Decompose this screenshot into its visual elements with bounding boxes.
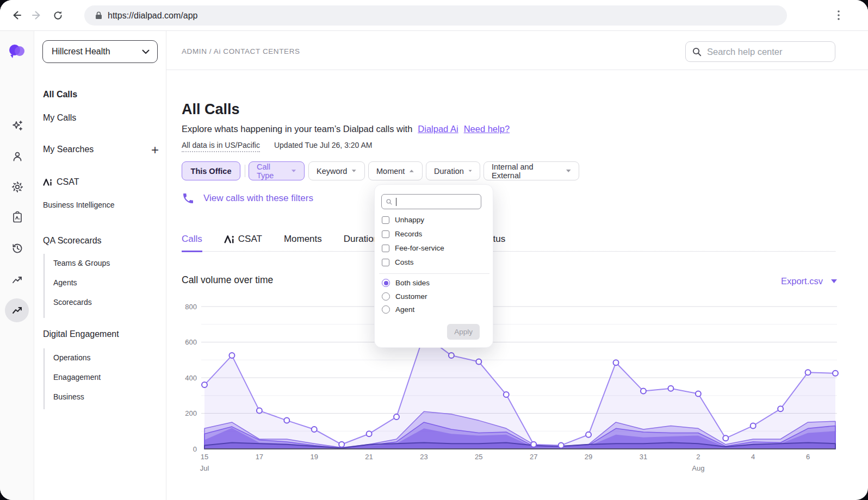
checkbox-icon: [382, 259, 389, 266]
svg-text:27: 27: [530, 453, 537, 461]
need-help-link[interactable]: Need help?: [464, 124, 510, 134]
filter-keyword[interactable]: Keyword: [308, 161, 365, 180]
page-subtitle: Explore whats happening in your team’s D…: [182, 124, 510, 134]
url-bar[interactable]: https://dialpad.com/app: [84, 5, 787, 26]
call-volume-chart[interactable]: 0200400600800151719212325272931246JulAug: [182, 298, 846, 485]
view-calls-link[interactable]: View calls with these filters: [182, 192, 313, 205]
chevron-down-icon: [468, 169, 472, 173]
radio-selected-icon: [382, 279, 390, 287]
svg-text:4: 4: [751, 453, 755, 461]
contacts-icon[interactable]: [0, 146, 34, 167]
page-meta: All data is in US/Pacific Updated Tue Ju…: [182, 141, 373, 152]
back-icon[interactable]: [9, 8, 24, 23]
app-window: https://dialpad.com/app: [0, 0, 868, 500]
svg-text:21: 21: [365, 453, 373, 461]
tab-csat[interactable]: CSAT: [224, 233, 262, 251]
filter-internal-external[interactable]: Internal and External: [483, 161, 579, 180]
sidebar-item-all-calls[interactable]: All Calls: [43, 90, 77, 99]
radio-both-sides[interactable]: Both sides: [382, 279, 430, 287]
analytics-icon[interactable]: [0, 269, 34, 291]
org-switcher[interactable]: Hillcrest Health: [42, 40, 158, 63]
analytics-active-icon[interactable]: [0, 299, 34, 321]
browser-chrome: https://dialpad.com/app: [0, 0, 868, 31]
settings-gear-icon[interactable]: [0, 176, 34, 198]
svg-text:15: 15: [201, 453, 208, 461]
radio-icon: [382, 305, 390, 314]
chip-separator: [245, 165, 245, 177]
sidebar-item-my-searches[interactable]: My Searches: [43, 145, 94, 154]
tab-moments[interactable]: Moments: [284, 233, 322, 251]
svg-text:25: 25: [475, 453, 482, 461]
add-search-icon[interactable]: +: [151, 145, 159, 155]
sidebar-item-agents[interactable]: Agents: [53, 278, 110, 287]
checkbox-costs[interactable]: Costs: [382, 258, 414, 266]
timezone-note: All data is in US/Pacific: [182, 141, 260, 152]
history-icon[interactable]: [0, 238, 34, 259]
qa-clipboard-ai-icon[interactable]: [0, 207, 34, 228]
sidebar-item-engagement[interactable]: Enagagement: [53, 373, 101, 382]
help-search-input[interactable]: [707, 47, 828, 57]
search-icon: [386, 199, 392, 205]
checkbox-unhappy[interactable]: Unhappy: [382, 216, 424, 224]
sidebar-item-business[interactable]: Business: [53, 392, 101, 401]
svg-text:Jul: Jul: [200, 464, 209, 472]
tab-calls[interactable]: Calls: [182, 233, 202, 252]
sidebar-item-teams-groups[interactable]: Teams & Groups: [53, 259, 110, 267]
lock-icon: [95, 11, 102, 20]
help-search[interactable]: [685, 41, 835, 62]
sidebar-item-digital-engagement[interactable]: Digital Engagement: [43, 329, 119, 339]
search-icon: [692, 47, 702, 57]
sidebar-item-business-intelligence[interactable]: Business Intelligence: [43, 201, 115, 209]
filter-moment[interactable]: Moment: [368, 161, 423, 180]
chevron-down-icon: [142, 49, 150, 54]
dialpad-ai-link[interactable]: Dialpad Ai: [418, 124, 458, 134]
sidebar-item-scorecards[interactable]: Scorecards: [53, 298, 110, 307]
checkbox-records[interactable]: Records: [382, 230, 422, 238]
sidebar-item-my-calls[interactable]: My Calls: [43, 113, 76, 123]
reload-icon[interactable]: [50, 8, 65, 23]
ai-sparkles-icon[interactable]: [0, 115, 34, 137]
chevron-down-icon: [351, 169, 357, 173]
moment-filter-popover: Unhappy Records Fee-for-service Costs Bo…: [374, 184, 493, 348]
apply-button[interactable]: Apply: [447, 324, 480, 340]
radio-customer[interactable]: Customer: [382, 292, 427, 301]
sidebar: Hillcrest Health All Calls My Calls My S…: [34, 31, 166, 500]
forward-icon[interactable]: [29, 8, 45, 23]
updated-timestamp: Updated Tue Jul 26, 3:20 AM: [274, 141, 373, 152]
sidebar-item-operations[interactable]: Operations: [53, 353, 101, 362]
svg-text:29: 29: [585, 453, 592, 461]
text-cursor: [396, 198, 396, 206]
page-title: All Calls: [182, 101, 240, 118]
sidebar-item-csat[interactable]: CSAT: [43, 177, 79, 187]
sidebar-item-qa-scorecards[interactable]: QA Scorecards: [43, 236, 102, 246]
chevron-up-icon: [409, 169, 414, 173]
radio-agent[interactable]: Agent: [382, 305, 414, 314]
svg-text:0: 0: [193, 445, 197, 453]
url-text: https://dialpad.com/app: [108, 11, 197, 21]
svg-text:800: 800: [185, 303, 197, 311]
checkbox-icon: [382, 245, 389, 252]
filter-call-type[interactable]: Call Type: [249, 161, 305, 180]
browser-menu-icon[interactable]: [831, 8, 846, 23]
svg-text:23: 23: [420, 453, 427, 461]
icon-rail: [0, 31, 34, 500]
svg-text:17: 17: [256, 453, 263, 461]
export-csv-button[interactable]: Export.csv: [781, 276, 838, 286]
filter-this-office[interactable]: This Office: [182, 161, 240, 180]
svg-text:31: 31: [640, 453, 647, 461]
chevron-down-icon: [566, 169, 571, 173]
radio-icon: [382, 292, 390, 301]
dialpad-logo[interactable]: [7, 42, 27, 60]
breadcrumb: ADMIN / Ai CONTACT CENTERS: [182, 47, 300, 55]
chevron-down-icon: [291, 169, 296, 173]
checkbox-fee-for-service[interactable]: Fee-for-service: [382, 244, 444, 252]
svg-text:600: 600: [185, 338, 197, 346]
filter-duration[interactable]: Duration: [426, 161, 480, 180]
org-name: Hillcrest Health: [52, 47, 110, 57]
ai-glyph-icon: [224, 235, 234, 243]
popover-search-input[interactable]: [381, 194, 481, 209]
checkbox-icon: [382, 230, 389, 238]
svg-text:2: 2: [696, 453, 700, 461]
phone-icon: [182, 192, 195, 205]
popover-divider: [379, 273, 489, 274]
